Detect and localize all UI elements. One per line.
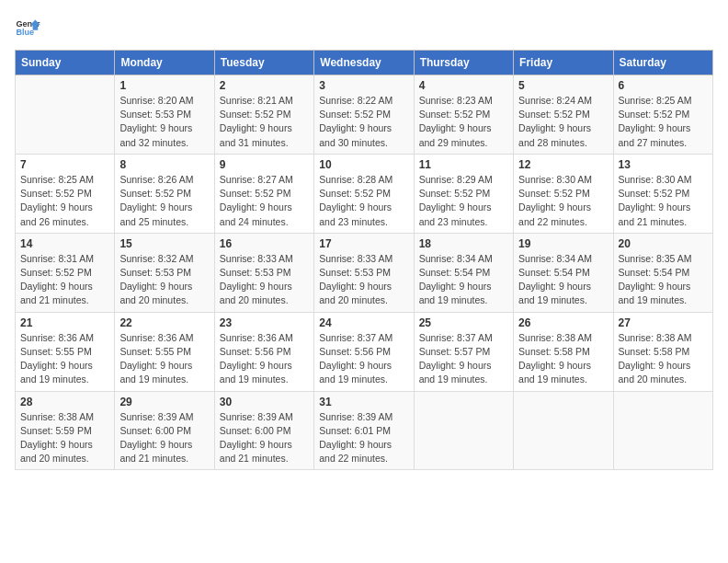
day-info: Sunrise: 8:39 AMSunset: 6:00 PMDaylight:… <box>220 410 309 466</box>
day-number: 5 <box>518 79 608 92</box>
day-number: 7 <box>20 158 109 171</box>
day-cell: 11Sunrise: 8:29 AMSunset: 5:52 PMDayligh… <box>414 154 513 233</box>
column-header-monday: Monday <box>115 51 214 75</box>
day-cell: 8Sunrise: 8:26 AMSunset: 5:52 PMDaylight… <box>115 154 214 233</box>
day-cell: 19Sunrise: 8:34 AMSunset: 5:54 PMDayligh… <box>514 233 613 312</box>
day-info: Sunrise: 8:25 AMSunset: 5:52 PMDaylight:… <box>619 94 708 150</box>
day-number: 12 <box>518 158 608 171</box>
week-row-4: 21Sunrise: 8:36 AMSunset: 5:55 PMDayligh… <box>16 312 713 391</box>
day-number: 25 <box>419 316 508 329</box>
day-cell: 14Sunrise: 8:31 AMSunset: 5:52 PMDayligh… <box>16 233 115 312</box>
day-number: 21 <box>20 316 109 329</box>
day-cell: 10Sunrise: 8:28 AMSunset: 5:52 PMDayligh… <box>314 154 414 233</box>
day-info: Sunrise: 8:30 AMSunset: 5:52 PMDaylight:… <box>619 173 708 229</box>
day-number: 8 <box>119 158 209 171</box>
day-cell: 22Sunrise: 8:36 AMSunset: 5:55 PMDayligh… <box>115 312 214 391</box>
day-cell: 4Sunrise: 8:23 AMSunset: 5:52 PMDaylight… <box>414 75 513 155</box>
day-info: Sunrise: 8:25 AMSunset: 5:52 PMDaylight:… <box>20 173 109 229</box>
day-info: Sunrise: 8:23 AMSunset: 5:52 PMDaylight:… <box>419 94 508 150</box>
day-number: 26 <box>518 316 608 329</box>
day-info: Sunrise: 8:29 AMSunset: 5:52 PMDaylight:… <box>419 173 508 229</box>
day-cell: 26Sunrise: 8:38 AMSunset: 5:58 PMDayligh… <box>514 312 613 391</box>
day-info: Sunrise: 8:28 AMSunset: 5:52 PMDaylight:… <box>319 173 408 229</box>
column-header-wednesday: Wednesday <box>314 51 414 75</box>
day-cell: 29Sunrise: 8:39 AMSunset: 6:00 PMDayligh… <box>115 391 214 470</box>
day-info: Sunrise: 8:26 AMSunset: 5:52 PMDaylight:… <box>119 173 209 229</box>
day-number: 30 <box>220 396 309 408</box>
day-info: Sunrise: 8:35 AMSunset: 5:54 PMDaylight:… <box>619 252 708 308</box>
column-header-friday: Friday <box>514 51 613 75</box>
day-cell: 31Sunrise: 8:39 AMSunset: 6:01 PMDayligh… <box>314 391 414 470</box>
column-header-saturday: Saturday <box>613 51 712 75</box>
page-header: General Blue <box>15 15 713 40</box>
day-cell: 21Sunrise: 8:36 AMSunset: 5:55 PMDayligh… <box>16 312 115 391</box>
day-number: 18 <box>419 237 508 250</box>
day-info: Sunrise: 8:27 AMSunset: 5:52 PMDaylight:… <box>220 173 309 229</box>
day-info: Sunrise: 8:38 AMSunset: 5:58 PMDaylight:… <box>518 331 608 387</box>
day-number: 1 <box>119 79 209 92</box>
day-info: Sunrise: 8:37 AMSunset: 5:56 PMDaylight:… <box>319 331 408 387</box>
day-cell: 5Sunrise: 8:24 AMSunset: 5:52 PMDaylight… <box>514 75 613 155</box>
week-row-5: 28Sunrise: 8:38 AMSunset: 5:59 PMDayligh… <box>16 391 713 470</box>
day-info: Sunrise: 8:34 AMSunset: 5:54 PMDaylight:… <box>419 252 508 308</box>
day-cell: 27Sunrise: 8:38 AMSunset: 5:58 PMDayligh… <box>613 312 712 391</box>
calendar-body: 1Sunrise: 8:20 AMSunset: 5:53 PMDaylight… <box>16 75 713 470</box>
day-cell: 16Sunrise: 8:33 AMSunset: 5:53 PMDayligh… <box>214 233 313 312</box>
day-number: 13 <box>619 158 708 171</box>
svg-text:Blue: Blue <box>16 28 34 37</box>
day-number: 16 <box>220 237 309 250</box>
day-number: 4 <box>419 79 508 92</box>
day-info: Sunrise: 8:24 AMSunset: 5:52 PMDaylight:… <box>518 94 608 150</box>
column-header-tuesday: Tuesday <box>214 51 313 75</box>
day-number: 31 <box>319 396 408 408</box>
day-cell <box>414 391 513 470</box>
day-number: 11 <box>419 158 508 171</box>
day-cell: 7Sunrise: 8:25 AMSunset: 5:52 PMDaylight… <box>16 154 115 233</box>
day-number: 23 <box>220 316 309 329</box>
day-number: 28 <box>20 396 109 408</box>
day-info: Sunrise: 8:39 AMSunset: 6:00 PMDaylight:… <box>119 410 209 466</box>
day-info: Sunrise: 8:21 AMSunset: 5:52 PMDaylight:… <box>220 94 309 150</box>
day-cell: 9Sunrise: 8:27 AMSunset: 5:52 PMDaylight… <box>214 154 313 233</box>
day-number: 29 <box>119 396 209 408</box>
calendar-header: SundayMondayTuesdayWednesdayThursdayFrid… <box>16 51 713 75</box>
week-row-1: 1Sunrise: 8:20 AMSunset: 5:53 PMDaylight… <box>16 75 713 155</box>
day-cell <box>613 391 712 470</box>
day-cell: 23Sunrise: 8:36 AMSunset: 5:56 PMDayligh… <box>214 312 313 391</box>
day-number: 14 <box>20 237 109 250</box>
day-number: 2 <box>220 79 309 92</box>
week-row-3: 14Sunrise: 8:31 AMSunset: 5:52 PMDayligh… <box>16 233 713 312</box>
day-number: 6 <box>619 79 708 92</box>
day-number: 24 <box>319 316 408 329</box>
week-row-2: 7Sunrise: 8:25 AMSunset: 5:52 PMDaylight… <box>16 154 713 233</box>
day-cell: 3Sunrise: 8:22 AMSunset: 5:52 PMDaylight… <box>314 75 414 155</box>
logo: General Blue <box>15 15 40 40</box>
day-number: 22 <box>119 316 209 329</box>
day-info: Sunrise: 8:33 AMSunset: 5:53 PMDaylight:… <box>319 252 408 308</box>
day-number: 27 <box>619 316 708 329</box>
column-header-sunday: Sunday <box>16 51 115 75</box>
day-cell: 13Sunrise: 8:30 AMSunset: 5:52 PMDayligh… <box>613 154 712 233</box>
day-number: 10 <box>319 158 408 171</box>
day-number: 19 <box>518 237 608 250</box>
day-cell <box>514 391 613 470</box>
day-info: Sunrise: 8:37 AMSunset: 5:57 PMDaylight:… <box>419 331 508 387</box>
day-cell: 6Sunrise: 8:25 AMSunset: 5:52 PMDaylight… <box>613 75 712 155</box>
day-info: Sunrise: 8:32 AMSunset: 5:53 PMDaylight:… <box>119 252 209 308</box>
day-info: Sunrise: 8:30 AMSunset: 5:52 PMDaylight:… <box>518 173 608 229</box>
day-number: 17 <box>319 237 408 250</box>
day-info: Sunrise: 8:36 AMSunset: 5:56 PMDaylight:… <box>220 331 309 387</box>
day-cell: 25Sunrise: 8:37 AMSunset: 5:57 PMDayligh… <box>414 312 513 391</box>
day-info: Sunrise: 8:31 AMSunset: 5:52 PMDaylight:… <box>20 252 109 308</box>
day-cell: 28Sunrise: 8:38 AMSunset: 5:59 PMDayligh… <box>16 391 115 470</box>
day-info: Sunrise: 8:22 AMSunset: 5:52 PMDaylight:… <box>319 94 408 150</box>
day-info: Sunrise: 8:36 AMSunset: 5:55 PMDaylight:… <box>119 331 209 387</box>
day-info: Sunrise: 8:34 AMSunset: 5:54 PMDaylight:… <box>518 252 608 308</box>
day-cell: 17Sunrise: 8:33 AMSunset: 5:53 PMDayligh… <box>314 233 414 312</box>
day-info: Sunrise: 8:38 AMSunset: 5:59 PMDaylight:… <box>20 410 109 466</box>
day-number: 9 <box>220 158 309 171</box>
logo-icon: General Blue <box>15 15 40 40</box>
day-info: Sunrise: 8:38 AMSunset: 5:58 PMDaylight:… <box>619 331 708 387</box>
day-cell: 12Sunrise: 8:30 AMSunset: 5:52 PMDayligh… <box>514 154 613 233</box>
day-cell: 18Sunrise: 8:34 AMSunset: 5:54 PMDayligh… <box>414 233 513 312</box>
